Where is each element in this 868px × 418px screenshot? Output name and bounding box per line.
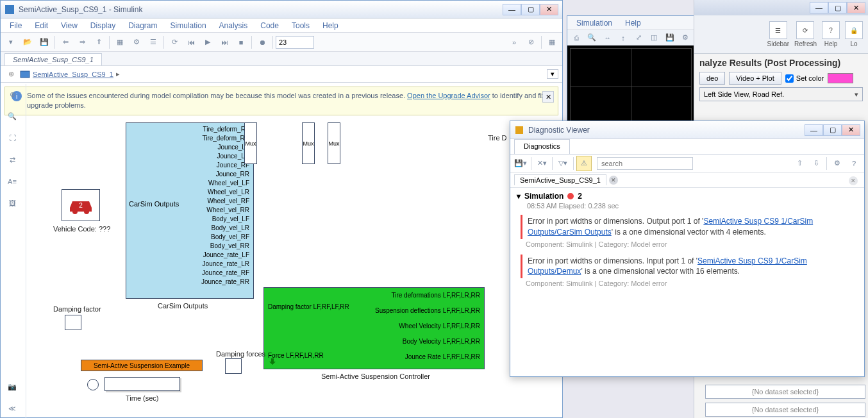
prev-icon[interactable]: ⇧ bbox=[792, 156, 807, 171]
lock-tool[interactable]: 🔒Lo bbox=[845, 21, 863, 47]
stop-icon[interactable]: ■ bbox=[233, 35, 249, 50]
set-color-checkbox[interactable]: Set color bbox=[785, 74, 824, 83]
scope-zoom-in-icon[interactable]: 🔍 bbox=[585, 30, 598, 46]
library-icon[interactable]: ▦ bbox=[112, 35, 128, 50]
diag-section[interactable]: ▾ Simulation 2 bbox=[517, 192, 858, 201]
model-tab[interactable]: SemiActive_Susp_CS9_1 bbox=[4, 53, 102, 65]
up-icon[interactable]: ⇑ bbox=[91, 35, 106, 50]
save-log-icon[interactable]: 💾▾ bbox=[513, 156, 528, 171]
color-swatch[interactable] bbox=[828, 73, 853, 83]
search-input[interactable] bbox=[597, 157, 693, 170]
step-back-icon[interactable]: ⏮ bbox=[183, 35, 199, 50]
scope-menu-simulation[interactable]: Simulation bbox=[570, 17, 619, 29]
scope-save-icon[interactable]: 💾 bbox=[664, 30, 676, 46]
damping-forces-scope[interactable] bbox=[225, 358, 242, 374]
record-icon[interactable]: ⏺ bbox=[255, 35, 270, 50]
scope-menu-help[interactable]: Help bbox=[619, 17, 647, 29]
display-block[interactable] bbox=[104, 377, 180, 391]
annotation-icon[interactable]: A≡ bbox=[3, 174, 21, 189]
open-icon[interactable]: 📂 bbox=[20, 35, 35, 50]
filter-icon[interactable]: ▽▾ bbox=[555, 156, 571, 171]
hide-icon[interactable]: ⊛ bbox=[3, 87, 21, 102]
apps-icon[interactable]: ▦ bbox=[544, 35, 560, 50]
refresh-tool[interactable]: ⟳Refresh bbox=[794, 21, 817, 47]
minimize-button[interactable]: — bbox=[805, 124, 823, 136]
maximize-button[interactable]: ▢ bbox=[521, 4, 540, 15]
back-icon[interactable]: ⇐ bbox=[58, 35, 73, 50]
zoom-icon[interactable]: 🔍 bbox=[3, 108, 21, 124]
scope-autoscale-icon[interactable]: ⤢ bbox=[632, 30, 645, 46]
clear-icon[interactable]: ✕▾ bbox=[534, 156, 549, 171]
fit-icon[interactable]: ⛶ bbox=[3, 130, 21, 146]
menu-code[interactable]: Code bbox=[254, 20, 285, 31]
save-icon[interactable]: 💾 bbox=[37, 35, 52, 50]
scope-axes-icon[interactable]: ◫ bbox=[647, 30, 660, 46]
dataset-combo-1[interactable]: {No dataset selected} bbox=[705, 385, 865, 399]
step-forward-icon[interactable]: ⏭ bbox=[217, 35, 232, 50]
new-icon[interactable]: ▾ bbox=[3, 35, 19, 50]
menu-edit[interactable]: Edit bbox=[28, 20, 54, 31]
menu-tools[interactable]: Tools bbox=[285, 20, 316, 31]
diag-title: Diagnostic Viewer bbox=[528, 126, 805, 135]
menu-display[interactable]: Display bbox=[84, 20, 122, 31]
next-icon[interactable]: ⇩ bbox=[808, 156, 824, 171]
carsim-outputs-block[interactable]: CarSim Outputs Tire_deform_RF Tire_defor… bbox=[126, 122, 254, 299]
mux-block[interactable]: Mux bbox=[302, 122, 315, 164]
damping-factor-scope[interactable] bbox=[65, 315, 81, 330]
diagnostics-tab[interactable]: Diagnostics bbox=[514, 139, 570, 154]
maximize-button[interactable]: ▢ bbox=[828, 2, 847, 13]
minimize-button[interactable]: — bbox=[503, 4, 521, 15]
view-combo[interactable]: Left Side View, Road Ref.▾ bbox=[699, 87, 863, 101]
dataset-combo-2[interactable]: {No dataset selected} bbox=[705, 403, 865, 417]
menu-analysis[interactable]: Analysis bbox=[213, 20, 255, 31]
run-icon[interactable]: ▶ bbox=[200, 35, 215, 50]
close-button[interactable]: ✕ bbox=[842, 124, 860, 136]
fast-restart-icon[interactable]: ⊘ bbox=[523, 35, 538, 50]
breadcrumb-dropdown[interactable]: ▾ bbox=[547, 69, 558, 79]
close-model-tab-icon[interactable]: ✕ bbox=[609, 176, 618, 185]
forward-icon[interactable]: ⇒ bbox=[74, 35, 90, 50]
swap-icon[interactable]: ⇄ bbox=[3, 152, 21, 167]
stop-time-input[interactable] bbox=[276, 36, 314, 49]
menu-view[interactable]: View bbox=[54, 20, 84, 31]
menu-file[interactable]: File bbox=[3, 20, 28, 31]
settings-icon[interactable]: ⚙ bbox=[830, 156, 845, 171]
diag-model-tab[interactable]: SemiActive_Susp_CS9_1 bbox=[514, 174, 606, 185]
screenshot-icon[interactable]: 📷 bbox=[3, 379, 21, 394]
model-config-icon[interactable]: ⚙ bbox=[129, 35, 144, 50]
more-icon[interactable]: » bbox=[506, 35, 522, 50]
mux-block[interactable]: Mux bbox=[328, 122, 340, 164]
warnings-icon[interactable]: ⚠ bbox=[576, 156, 592, 171]
annotation-box[interactable]: Semi-Active Suspension Example bbox=[81, 360, 203, 371]
mux-block[interactable]: Mux bbox=[244, 122, 257, 164]
explorer-icon[interactable]: ☰ bbox=[146, 35, 161, 50]
clock-block[interactable] bbox=[87, 379, 99, 390]
menu-help[interactable]: Help bbox=[316, 20, 345, 31]
maximize-button[interactable]: ▢ bbox=[823, 124, 842, 136]
scope-print-icon[interactable]: ⎙ bbox=[570, 30, 583, 46]
overview-icon[interactable]: ≪ bbox=[3, 401, 21, 416]
scope-zoom-y-icon[interactable]: ↕ bbox=[617, 30, 630, 46]
scope-params-icon[interactable]: ⚙ bbox=[679, 30, 692, 46]
controller-block[interactable]: Damping factor LF,RF,LF,RR Force LF,RF,L… bbox=[263, 287, 485, 369]
help-tool[interactable]: ?Help bbox=[822, 21, 840, 47]
scope-zoom-x-icon[interactable]: ↔ bbox=[601, 30, 614, 46]
menu-diagram[interactable]: Diagram bbox=[122, 20, 163, 31]
menu-simulation[interactable]: Simulation bbox=[164, 20, 213, 31]
collapse-section-icon[interactable]: ✕ bbox=[849, 176, 858, 185]
model-canvas[interactable]: 2 Vehicle Code: ??? CarSim Outputs Tire_… bbox=[26, 122, 560, 415]
help-icon[interactable]: ? bbox=[846, 156, 862, 171]
upgrade-advisor-link[interactable]: Open the Upgrade Advisor bbox=[407, 92, 490, 99]
vehicle-code-block[interactable]: 2 bbox=[62, 189, 100, 221]
collapse-icon[interactable]: ⊛ bbox=[4, 70, 17, 78]
update-icon[interactable]: ⟳ bbox=[167, 35, 182, 50]
sidebar-tool[interactable]: ☰Sidebar bbox=[767, 21, 789, 47]
video-plot-button[interactable]: Video + Plot bbox=[729, 72, 781, 85]
breadcrumb[interactable]: SemiActive_Susp_CS9_1 bbox=[33, 71, 113, 78]
minimize-button[interactable]: — bbox=[810, 2, 828, 13]
banner-close-button[interactable]: ✕ bbox=[542, 91, 554, 103]
image-icon[interactable]: 🖼 bbox=[3, 196, 21, 211]
close-button[interactable]: ✕ bbox=[540, 4, 558, 15]
video-button[interactable]: deo bbox=[699, 72, 725, 85]
close-button[interactable]: ✕ bbox=[847, 2, 865, 13]
